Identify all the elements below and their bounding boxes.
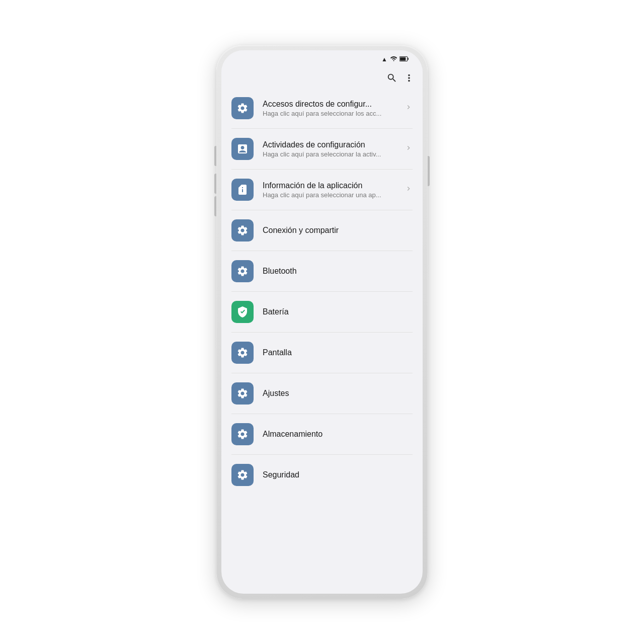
actividades-chevron — [405, 144, 413, 154]
settings-item-conexion[interactable]: Conexión y compartir — [221, 212, 423, 249]
seguridad-icon — [231, 464, 254, 486]
more-options-button[interactable] — [404, 72, 415, 86]
divider — [231, 373, 413, 373]
phone-screen: ▲ Accesos dir — [221, 50, 423, 594]
search-button[interactable] — [386, 72, 397, 86]
accesos-text: Accesos directos de configur...Haga clic… — [263, 100, 395, 117]
divider — [231, 251, 413, 251]
status-icons: ▲ — [381, 55, 409, 64]
divider — [231, 454, 413, 455]
informacion-chevron — [405, 185, 413, 195]
top-bar — [221, 68, 423, 90]
svg-rect-2 — [408, 57, 409, 60]
divider — [231, 291, 413, 292]
pantalla-text: Pantalla — [263, 348, 413, 357]
divider — [231, 169, 413, 170]
conexion-label: Conexión y compartir — [263, 226, 413, 235]
pantalla-icon — [231, 342, 254, 364]
informacion-text: Información de la aplicaciónHaga clic aq… — [263, 181, 395, 199]
divider — [231, 210, 413, 210]
settings-item-seguridad[interactable]: Seguridad — [221, 457, 423, 493]
svg-rect-1 — [400, 57, 406, 60]
accesos-label: Accesos directos de configur... — [263, 100, 395, 109]
actividades-sublabel: Haga clic aquí para seleccionar la activ… — [263, 150, 395, 158]
top-bar-actions — [386, 72, 415, 86]
phone-frame: ▲ Accesos dir — [216, 45, 428, 599]
settings-item-pantalla[interactable]: Pantalla — [221, 335, 423, 371]
settings-item-accesos[interactable]: Accesos directos de configur...Haga clic… — [221, 90, 423, 126]
divider — [231, 332, 413, 333]
actividades-text: Actividades de configuraciónHaga clic aq… — [263, 140, 395, 158]
actividades-label: Actividades de configuración — [263, 140, 395, 149]
seguridad-text: Seguridad — [263, 470, 413, 479]
conexion-icon — [231, 219, 254, 242]
almacenamiento-icon — [231, 423, 254, 445]
almacenamiento-label: Almacenamiento — [263, 430, 413, 439]
battery-status-icon — [399, 56, 409, 63]
divider — [231, 414, 413, 414]
signal-icon: ▲ — [381, 56, 387, 63]
accesos-chevron — [405, 103, 413, 114]
ajustes-label: Ajustes — [263, 389, 413, 398]
settings-item-bluetooth[interactable]: Bluetooth — [221, 253, 423, 289]
settings-list: Accesos directos de configur...Haga clic… — [221, 90, 423, 588]
settings-item-informacion[interactable]: Información de la aplicaciónHaga clic aq… — [221, 172, 423, 208]
bluetooth-label: Bluetooth — [263, 267, 413, 276]
ajustes-icon — [231, 382, 254, 405]
bluetooth-icon — [231, 260, 254, 282]
divider — [231, 128, 413, 129]
accesos-sublabel: Haga clic aquí para seleccionar los acc.… — [263, 110, 395, 117]
informacion-label: Información de la aplicación — [263, 181, 395, 190]
settings-item-almacenamiento[interactable]: Almacenamiento — [221, 416, 423, 452]
bateria-icon — [231, 301, 254, 323]
informacion-sublabel: Haga clic aquí para seleccionar una ap..… — [263, 191, 395, 199]
conexion-text: Conexión y compartir — [263, 226, 413, 235]
bateria-label: Batería — [263, 307, 413, 316]
settings-item-ajustes[interactable]: Ajustes — [221, 375, 423, 412]
seguridad-label: Seguridad — [263, 470, 413, 479]
settings-item-actividades[interactable]: Actividades de configuraciónHaga clic aq… — [221, 131, 423, 167]
informacion-icon — [231, 179, 254, 201]
settings-item-bateria[interactable]: Batería — [221, 294, 423, 330]
ajustes-text: Ajustes — [263, 389, 413, 398]
pantalla-label: Pantalla — [263, 348, 413, 357]
actividades-icon — [231, 138, 254, 160]
bateria-text: Batería — [263, 307, 413, 316]
wifi-icon — [390, 55, 397, 64]
back-button[interactable] — [229, 77, 233, 82]
almacenamiento-text: Almacenamiento — [263, 430, 413, 439]
status-bar: ▲ — [221, 50, 423, 68]
bluetooth-text: Bluetooth — [263, 267, 413, 276]
accesos-icon — [231, 97, 254, 119]
